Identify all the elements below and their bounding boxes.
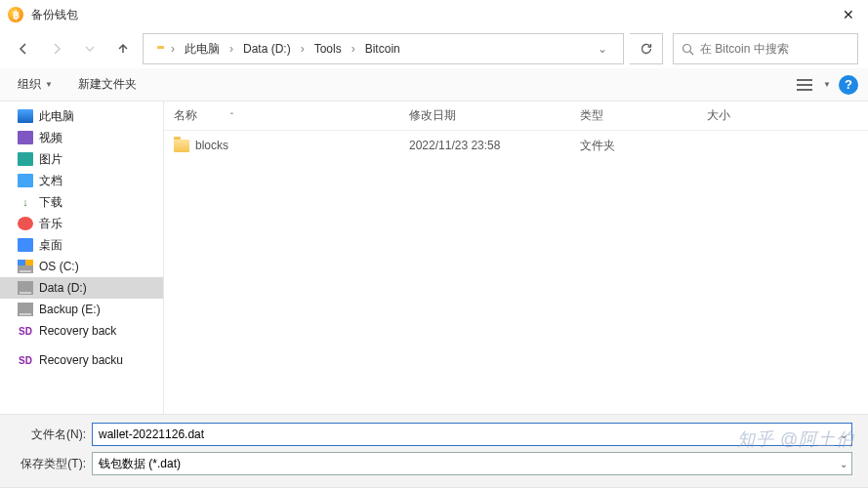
drive-icon <box>18 303 33 316</box>
column-size[interactable]: 大小 <box>697 107 775 124</box>
recent-dropdown[interactable] <box>76 35 103 62</box>
drive-icon <box>18 281 33 295</box>
chevron-down-icon: ▼ <box>45 80 53 89</box>
nav-row: › 此电脑 › Data (D:) › Tools › Bitcoin ⌄ <box>0 29 868 68</box>
folder-icon <box>174 140 189 152</box>
sidebar-item-label: 下载 <box>39 194 62 211</box>
sidebar-item-label: Recovery back <box>39 324 116 338</box>
file-row[interactable]: blocks 2022/11/23 23:58 文件夹 <box>164 131 868 160</box>
desktop-icon <box>18 238 33 252</box>
file-type: 文件夹 <box>570 138 697 154</box>
filetype-field[interactable]: ⌄ <box>92 452 852 475</box>
svg-rect-3 <box>797 84 812 86</box>
up-button[interactable] <box>109 35 137 62</box>
filename-input[interactable] <box>99 427 846 441</box>
sidebar-item-label: 桌面 <box>39 237 62 254</box>
download-icon: ↓ <box>18 195 33 209</box>
sidebar-item-music[interactable]: 音乐 <box>0 213 163 234</box>
pc-icon <box>18 109 33 123</box>
document-icon <box>18 174 33 187</box>
chevron-right-icon: › <box>299 42 307 56</box>
sidebar-item-drive-d[interactable]: Data (D:) <box>0 277 163 299</box>
filename-field[interactable]: ⌄ <box>92 423 852 446</box>
sidebar-item-this-pc[interactable]: 此电脑 <box>0 105 163 127</box>
crumb-drive[interactable]: Data (D:) <box>239 40 295 58</box>
music-icon <box>18 217 33 230</box>
filetype-label: 保存类型(T): <box>16 456 86 472</box>
column-type[interactable]: 类型 <box>570 107 697 124</box>
bitcoin-icon: ฿ <box>8 7 23 22</box>
crumb-root[interactable]: 此电脑 <box>181 39 224 60</box>
svg-line-1 <box>690 51 694 55</box>
sidebar-item-recovery-2[interactable]: SDRecovery backu <box>0 349 163 371</box>
sidebar-item-drive-c[interactable]: OS (C:) <box>0 256 163 277</box>
svg-rect-4 <box>797 89 812 91</box>
view-options-button[interactable] <box>794 74 815 96</box>
sidebar-item-label: OS (C:) <box>39 260 79 273</box>
sidebar-item-documents[interactable]: 文档 <box>0 170 163 191</box>
sidebar-item-downloads[interactable]: ↓下载 <box>0 191 163 213</box>
column-headers: 名称ˆ 修改日期 类型 大小 <box>164 102 868 131</box>
sidebar-item-pictures[interactable]: 图片 <box>0 148 163 170</box>
sidebar: 此电脑 视频 图片 文档 ↓下载 音乐 桌面 OS (C:) Data (D:)… <box>0 102 164 414</box>
video-icon <box>18 131 33 144</box>
address-bar[interactable]: › 此电脑 › Data (D:) › Tools › Bitcoin ⌄ <box>143 33 624 64</box>
back-button[interactable] <box>10 35 37 62</box>
refresh-button[interactable] <box>630 33 663 64</box>
window-title: 备份钱包 <box>31 7 78 23</box>
svg-rect-2 <box>797 79 812 81</box>
view-options-dropdown[interactable]: ▼ <box>823 80 831 89</box>
file-name: blocks <box>195 139 228 152</box>
filetype-input[interactable] <box>99 457 846 470</box>
sidebar-item-label: 图片 <box>39 151 62 168</box>
picture-icon <box>18 152 33 166</box>
sidebar-item-videos[interactable]: 视频 <box>0 127 163 148</box>
new-folder-button[interactable]: 新建文件夹 <box>70 72 145 97</box>
chevron-right-icon: › <box>227 42 235 56</box>
drive-icon <box>18 260 33 273</box>
svg-point-0 <box>683 44 691 52</box>
filename-label: 文件名(N): <box>16 427 86 443</box>
column-date[interactable]: 修改日期 <box>399 107 570 124</box>
sidebar-item-label: Recovery backu <box>39 353 123 367</box>
close-button[interactable]: ✕ <box>829 0 868 29</box>
crumb-folder2[interactable]: Bitcoin <box>361 40 404 58</box>
crumb-folder1[interactable]: Tools <box>310 40 346 58</box>
sidebar-item-desktop[interactable]: 桌面 <box>0 234 163 256</box>
address-dropdown[interactable]: ⌄ <box>588 42 617 56</box>
search-icon <box>682 43 694 56</box>
sidebar-item-label: 视频 <box>39 130 62 146</box>
sidebar-item-label: Backup (E:) <box>39 303 101 316</box>
chevron-down-icon[interactable]: ⌄ <box>840 429 847 440</box>
sidebar-item-drive-e[interactable]: Backup (E:) <box>0 299 163 320</box>
search-box[interactable] <box>673 33 858 64</box>
sort-asc-icon: ˆ <box>230 111 233 121</box>
sidebar-item-label: 文档 <box>39 173 62 189</box>
sd-icon: SD <box>18 324 33 338</box>
toolbar: 组织▼ 新建文件夹 ▼ ? <box>0 68 868 102</box>
forward-button[interactable] <box>43 35 70 62</box>
file-pane: 名称ˆ 修改日期 类型 大小 blocks 2022/11/23 23:58 文… <box>164 102 868 414</box>
sidebar-item-recovery-1[interactable]: SDRecovery back <box>0 320 163 342</box>
title-bar: ฿ 备份钱包 ✕ <box>0 0 868 29</box>
organize-button[interactable]: 组织▼ <box>10 72 61 97</box>
column-name[interactable]: 名称ˆ <box>164 107 399 124</box>
chevron-right-icon: › <box>350 42 357 56</box>
file-date: 2022/11/23 23:58 <box>399 139 570 152</box>
chevron-right-icon: › <box>169 42 177 56</box>
chevron-down-icon[interactable]: ⌄ <box>840 459 847 469</box>
save-form: 文件名(N): ⌄ 保存类型(T): ⌄ <box>0 414 868 487</box>
sidebar-item-label: 音乐 <box>39 216 62 232</box>
sidebar-item-label: 此电脑 <box>39 108 74 125</box>
main-area: 此电脑 视频 图片 文档 ↓下载 音乐 桌面 OS (C:) Data (D:)… <box>0 102 868 414</box>
sd-icon: SD <box>18 353 33 367</box>
search-input[interactable] <box>700 42 849 56</box>
sidebar-item-label: Data (D:) <box>39 281 87 295</box>
help-button[interactable]: ? <box>839 75 858 95</box>
